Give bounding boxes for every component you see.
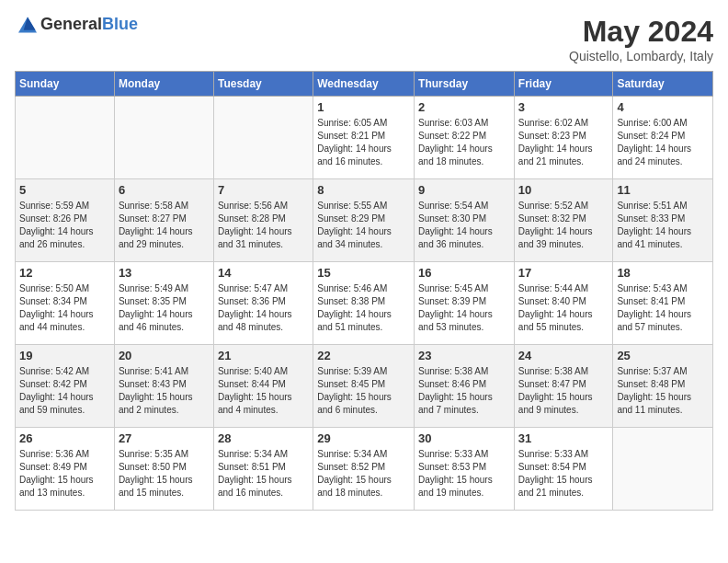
day-info: Sunrise: 6:00 AM Sunset: 8:24 PM Dayligh… — [617, 117, 709, 168]
calendar-cell: 16Sunrise: 5:45 AM Sunset: 8:39 PM Dayli… — [415, 262, 515, 345]
page-header: GeneralBlue May 2024 Quistello, Lombardy… — [15, 15, 713, 63]
day-header-wednesday: Wednesday — [313, 72, 415, 97]
day-info: Sunrise: 5:37 AM Sunset: 8:48 PM Dayligh… — [617, 365, 709, 417]
day-info: Sunrise: 5:46 AM Sunset: 8:38 PM Dayligh… — [317, 282, 410, 334]
day-number: 3 — [518, 100, 609, 114]
day-info: Sunrise: 5:44 AM Sunset: 8:40 PM Dayligh… — [518, 282, 609, 334]
calendar-cell: 29Sunrise: 5:34 AM Sunset: 8:52 PM Dayli… — [313, 428, 415, 511]
logo-general: General — [40, 15, 102, 33]
day-info: Sunrise: 5:33 AM Sunset: 8:53 PM Dayligh… — [418, 448, 510, 500]
day-number: 22 — [317, 349, 410, 362]
day-info: Sunrise: 5:52 AM Sunset: 8:32 PM Dayligh… — [518, 200, 609, 251]
day-number: 23 — [418, 349, 510, 362]
day-info: Sunrise: 5:47 AM Sunset: 8:36 PM Dayligh… — [218, 282, 309, 334]
day-number: 29 — [317, 431, 410, 445]
day-info: Sunrise: 5:36 AM Sunset: 8:49 PM Dayligh… — [19, 448, 110, 500]
logo-icon — [17, 16, 39, 34]
day-number: 7 — [218, 183, 309, 197]
day-number: 4 — [617, 100, 709, 114]
day-number: 25 — [617, 349, 709, 362]
day-header-tuesday: Tuesday — [213, 72, 313, 97]
calendar-cell — [16, 97, 115, 179]
day-info: Sunrise: 5:58 AM Sunset: 8:27 PM Dayligh… — [119, 200, 210, 251]
day-number: 31 — [518, 431, 609, 445]
calendar-cell: 6Sunrise: 5:58 AM Sunset: 8:27 PM Daylig… — [114, 179, 213, 262]
calendar-cell: 30Sunrise: 5:33 AM Sunset: 8:53 PM Dayli… — [415, 428, 515, 511]
calendar-cell: 5Sunrise: 5:59 AM Sunset: 8:26 PM Daylig… — [16, 179, 115, 262]
calendar-cell: 18Sunrise: 5:43 AM Sunset: 8:41 PM Dayli… — [613, 262, 713, 345]
day-number: 20 — [119, 349, 210, 362]
calendar-cell: 24Sunrise: 5:38 AM Sunset: 8:47 PM Dayli… — [514, 345, 613, 428]
calendar-cell: 25Sunrise: 5:37 AM Sunset: 8:48 PM Dayli… — [613, 345, 713, 428]
day-number: 21 — [218, 349, 309, 362]
day-number: 10 — [518, 183, 609, 197]
calendar-cell: 20Sunrise: 5:41 AM Sunset: 8:43 PM Dayli… — [114, 345, 213, 428]
day-info: Sunrise: 5:34 AM Sunset: 8:52 PM Dayligh… — [317, 448, 410, 500]
day-info: Sunrise: 5:33 AM Sunset: 8:54 PM Dayligh… — [518, 448, 609, 500]
calendar-cell: 3Sunrise: 6:02 AM Sunset: 8:23 PM Daylig… — [514, 97, 613, 179]
day-number: 18 — [617, 266, 709, 280]
day-info: Sunrise: 5:41 AM Sunset: 8:43 PM Dayligh… — [119, 365, 210, 417]
day-header-friday: Friday — [514, 72, 613, 97]
calendar-cell: 13Sunrise: 5:49 AM Sunset: 8:35 PM Dayli… — [114, 262, 213, 345]
calendar-cell: 19Sunrise: 5:42 AM Sunset: 8:42 PM Dayli… — [16, 345, 115, 428]
calendar-cell: 8Sunrise: 5:55 AM Sunset: 8:29 PM Daylig… — [313, 179, 415, 262]
calendar-table: SundayMondayTuesdayWednesdayThursdayFrid… — [15, 71, 713, 511]
day-number: 6 — [119, 183, 210, 197]
day-number: 14 — [218, 266, 309, 280]
calendar-cell: 1Sunrise: 6:05 AM Sunset: 8:21 PM Daylig… — [313, 97, 415, 179]
calendar-cell: 23Sunrise: 5:38 AM Sunset: 8:46 PM Dayli… — [415, 345, 515, 428]
day-number: 9 — [418, 183, 510, 197]
calendar-cell: 27Sunrise: 5:35 AM Sunset: 8:50 PM Dayli… — [114, 428, 213, 511]
day-number: 8 — [317, 183, 410, 197]
calendar-cell — [213, 97, 313, 179]
calendar-cell: 9Sunrise: 5:54 AM Sunset: 8:30 PM Daylig… — [415, 179, 515, 262]
day-info: Sunrise: 6:03 AM Sunset: 8:22 PM Dayligh… — [418, 117, 510, 168]
day-number: 1 — [317, 100, 410, 114]
day-info: Sunrise: 5:39 AM Sunset: 8:45 PM Dayligh… — [317, 365, 410, 417]
day-number: 15 — [317, 266, 410, 280]
day-info: Sunrise: 5:55 AM Sunset: 8:29 PM Dayligh… — [317, 200, 410, 251]
day-number: 28 — [218, 431, 309, 445]
day-header-sunday: Sunday — [16, 72, 115, 97]
day-header-saturday: Saturday — [613, 72, 713, 97]
calendar-cell: 14Sunrise: 5:47 AM Sunset: 8:36 PM Dayli… — [213, 262, 313, 345]
calendar-cell: 12Sunrise: 5:50 AM Sunset: 8:34 PM Dayli… — [16, 262, 115, 345]
calendar-cell: 11Sunrise: 5:51 AM Sunset: 8:33 PM Dayli… — [613, 179, 713, 262]
calendar-cell: 26Sunrise: 5:36 AM Sunset: 8:49 PM Dayli… — [16, 428, 115, 511]
day-number: 26 — [19, 431, 110, 445]
day-info: Sunrise: 5:59 AM Sunset: 8:26 PM Dayligh… — [19, 200, 110, 251]
calendar-cell: 15Sunrise: 5:46 AM Sunset: 8:38 PM Dayli… — [313, 262, 415, 345]
day-info: Sunrise: 5:43 AM Sunset: 8:41 PM Dayligh… — [617, 282, 709, 334]
logo: GeneralBlue — [15, 15, 138, 34]
day-number: 2 — [418, 100, 510, 114]
day-info: Sunrise: 6:02 AM Sunset: 8:23 PM Dayligh… — [518, 117, 609, 168]
day-info: Sunrise: 5:42 AM Sunset: 8:42 PM Dayligh… — [19, 365, 110, 417]
calendar-cell — [114, 97, 213, 179]
calendar-cell — [613, 428, 713, 511]
day-header-thursday: Thursday — [415, 72, 515, 97]
day-number: 30 — [418, 431, 510, 445]
day-info: Sunrise: 5:56 AM Sunset: 8:28 PM Dayligh… — [218, 200, 309, 251]
day-number: 11 — [617, 183, 709, 197]
location-subtitle: Quistello, Lombardy, Italy — [569, 49, 713, 63]
day-info: Sunrise: 5:35 AM Sunset: 8:50 PM Dayligh… — [119, 448, 210, 500]
day-number: 24 — [518, 349, 609, 362]
calendar-cell: 4Sunrise: 6:00 AM Sunset: 8:24 PM Daylig… — [613, 97, 713, 179]
day-info: Sunrise: 6:05 AM Sunset: 8:21 PM Dayligh… — [317, 117, 410, 168]
day-info: Sunrise: 5:51 AM Sunset: 8:33 PM Dayligh… — [617, 200, 709, 251]
day-number: 16 — [418, 266, 510, 280]
day-number: 13 — [119, 266, 210, 280]
day-number: 12 — [19, 266, 110, 280]
title-block: May 2024 Quistello, Lombardy, Italy — [569, 15, 713, 63]
day-number: 27 — [119, 431, 210, 445]
calendar-cell: 10Sunrise: 5:52 AM Sunset: 8:32 PM Dayli… — [514, 179, 613, 262]
day-info: Sunrise: 5:38 AM Sunset: 8:46 PM Dayligh… — [418, 365, 510, 417]
day-info: Sunrise: 5:34 AM Sunset: 8:51 PM Dayligh… — [218, 448, 309, 500]
calendar-cell: 31Sunrise: 5:33 AM Sunset: 8:54 PM Dayli… — [514, 428, 613, 511]
day-number: 5 — [19, 183, 110, 197]
day-info: Sunrise: 5:54 AM Sunset: 8:30 PM Dayligh… — [418, 200, 510, 251]
calendar-cell: 17Sunrise: 5:44 AM Sunset: 8:40 PM Dayli… — [514, 262, 613, 345]
day-info: Sunrise: 5:40 AM Sunset: 8:44 PM Dayligh… — [218, 365, 309, 417]
day-number: 19 — [19, 349, 110, 362]
